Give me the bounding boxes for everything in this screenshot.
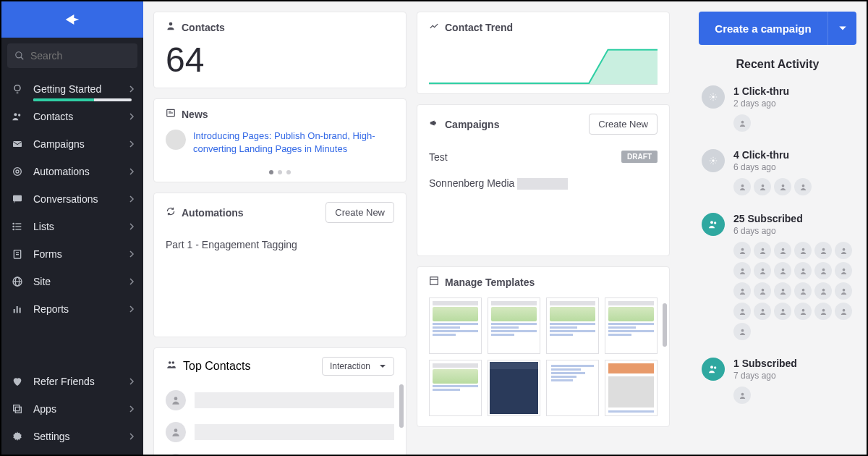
automations-card: Automations Create New Part 1 - Engageme… [153,193,407,337]
templates-card: Manage Templates [417,266,670,427]
avatar [794,282,812,300]
top-contact-row[interactable] [154,416,406,448]
campaign-item[interactable]: Test DRAFT [417,143,669,170]
nav-conversations[interactable]: Conversations [1,185,143,213]
svg-point-76 [714,366,716,368]
chevron-right-icon [129,220,135,233]
svg-point-47 [801,184,804,187]
template-thumb[interactable] [546,297,599,354]
news-headline-link[interactable]: Introducing Pages: Publish On-brand, Hig… [193,130,394,156]
scrollbar-thumb[interactable] [399,384,404,428]
svg-point-72 [822,308,825,311]
template-thumb[interactable] [429,360,482,416]
create-automation-button[interactable]: Create New [326,202,394,223]
redacted-name [195,424,394,440]
avatar [754,282,771,300]
news-pagination-dots[interactable] [154,170,406,182]
top-contact-row[interactable] [154,384,406,416]
svg-point-13 [13,223,14,224]
filter-label: Interaction [330,361,370,371]
envelope-icon [10,138,25,150]
svg-rect-26 [15,407,21,413]
caret-down-icon [838,24,847,33]
svg-point-70 [781,308,784,311]
top-contact-row[interactable] [154,448,406,455]
nav-campaigns[interactable]: Campaigns [1,130,143,158]
activity-item[interactable]: 4 Click-thru 6 days ago [702,142,854,206]
nav-automations[interactable]: Automations [1,158,143,185]
campaigns-title: Campaigns [445,119,499,130]
chevron-right-icon [129,430,135,443]
nav-label: Refer Friends [33,376,129,387]
create-campaign-button[interactable]: Create New [589,114,658,135]
create-campaign-cta-button[interactable]: Create a campaign [699,12,827,45]
svg-point-75 [710,366,713,368]
svg-rect-24 [20,308,21,313]
template-thumb[interactable] [546,360,599,416]
create-campaign-dropdown-button[interactable] [827,12,856,45]
svg-rect-6 [13,141,22,147]
nav-forms[interactable]: Forms [1,240,143,268]
nav-reports[interactable]: Reports [1,295,143,323]
chevron-right-icon [129,402,135,415]
templates-title: Manage Templates [445,276,535,288]
svg-point-64 [781,288,784,291]
caret-down-icon [379,363,386,370]
campaign-item[interactable]: Sonnenberg Media [417,170,669,197]
chevron-right-icon [129,83,135,96]
activity-item[interactable]: 1 Click-thru 2 days ago [702,78,854,142]
contact-trend-card: Contact Trend [417,12,670,94]
svg-point-45 [761,184,764,187]
avatar [774,242,791,259]
svg-point-42 [741,120,744,123]
top-contacts-filter-select[interactable]: Interaction [322,357,394,376]
nav-getting-started[interactable]: Getting Started [1,75,143,103]
avatar [754,303,771,320]
nav-refer-friends[interactable]: Refer Friends [1,368,143,395]
svg-point-52 [781,248,784,250]
search-input[interactable] [30,50,130,62]
svg-rect-25 [14,405,20,411]
svg-point-32 [169,362,171,365]
nav-contacts[interactable]: Contacts [1,103,143,130]
campaigns-card: Campaigns Create New Test DRAFT Sonnenbe… [417,104,670,256]
nav-site[interactable]: Site [1,268,143,295]
activity-avatars [733,178,854,195]
nav-settings[interactable]: Settings [1,423,143,450]
svg-point-2 [14,85,20,91]
svg-point-15 [13,229,14,229]
template-thumb[interactable] [605,297,658,354]
templates-grid [417,297,669,426]
trend-chart [417,43,669,93]
chevron-right-icon [129,110,135,123]
activity-type-icon [702,85,725,109]
template-thumb[interactable] [488,360,540,416]
avatar [794,242,812,259]
avatar [733,262,751,279]
svg-point-43 [712,159,715,162]
activity-item[interactable]: 1 Subscribed 7 days ago [702,350,854,414]
template-thumb[interactable] [429,297,482,354]
svg-point-54 [822,248,825,250]
activity-item[interactable]: 25 Subscribed 6 days ago [702,206,854,350]
logo[interactable] [1,1,143,38]
search-box[interactable] [7,43,137,68]
template-thumb[interactable] [488,297,540,354]
svg-line-1 [21,57,24,60]
scrollbar-thumb[interactable] [663,303,667,347]
avatar [814,242,832,259]
template-thumb[interactable] [605,360,658,416]
avatar [733,323,751,340]
nav-apps[interactable]: Apps [1,395,143,423]
automation-item[interactable]: Part 1 - Engagement Tagging [154,232,406,258]
svg-point-57 [761,268,764,271]
svg-marker-37 [429,50,658,85]
svg-point-59 [801,268,804,271]
avatar [733,114,751,132]
gear-cycle-icon [10,166,25,177]
nav-lists[interactable]: Lists [1,213,143,240]
chevron-right-icon [129,275,135,288]
automations-title: Automations [182,207,244,219]
svg-point-7 [14,168,22,176]
activity-type-icon [702,149,725,172]
